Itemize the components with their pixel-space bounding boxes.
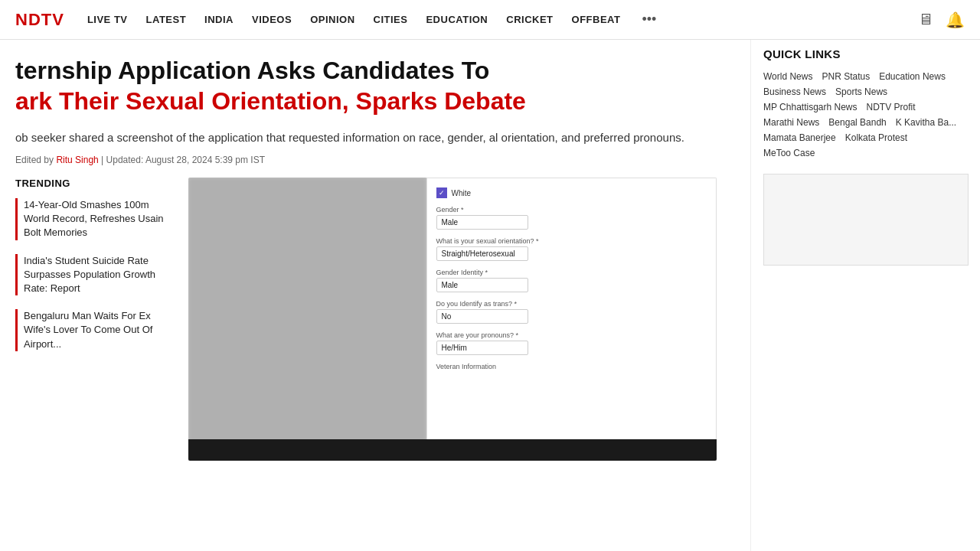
- article-image: ✓ White Gender * Male What is your sexua…: [188, 178, 717, 461]
- trending-item-text-2: Bengaluru Man Waits For Ex Wife's Lover …: [24, 309, 176, 351]
- quick-link-business-news[interactable]: Business News: [763, 86, 826, 97]
- form-label-4: What are your pronouns? *: [436, 331, 707, 339]
- author-line: Edited by Ritu Singh | Updated: August 2…: [15, 155, 735, 165]
- nav-education[interactable]: EDUCATION: [426, 14, 488, 25]
- quick-link-mp-chhattisgarh[interactable]: MP Chhattisgarh News: [763, 102, 858, 112]
- article-subtitle: ob seeker shared a screenshot of the app…: [15, 129, 697, 147]
- form-screenshot: ✓ White Gender * Male What is your sexua…: [426, 178, 717, 461]
- nav-opinion[interactable]: OPINION: [310, 14, 354, 25]
- trending-item-text-1: India's Student Suicide Rate Surpasses P…: [24, 254, 176, 296]
- form-row-0: Gender * Male: [436, 206, 707, 230]
- quick-link-ndtv-profit[interactable]: NDTV Profit: [867, 102, 916, 112]
- quick-links-row-5: MeToo Case: [763, 148, 968, 158]
- nav-videos[interactable]: VIDEOS: [252, 14, 292, 25]
- header: NDTV LIVE TV LATEST INDIA VIDEOS OPINION…: [0, 0, 980, 40]
- form-row-1: What is your sexual orientation? * Strai…: [436, 237, 707, 261]
- form-value-0: Male: [436, 215, 528, 230]
- article-updated: Updated: August 28, 2024 5:39 pm IST: [106, 155, 265, 165]
- header-icons: 🖥 🔔: [918, 11, 965, 29]
- form-label-5: Veteran Information: [436, 363, 707, 370]
- logo[interactable]: NDTV: [15, 10, 64, 30]
- trending-item-2[interactable]: Bengaluru Man Waits For Ex Wife's Lover …: [15, 309, 176, 351]
- form-label-1: What is your sexual orientation? *: [436, 237, 707, 245]
- quick-link-world-news[interactable]: World News: [763, 71, 812, 82]
- trending-item-1[interactable]: India's Student Suicide Rate Surpasses P…: [15, 254, 176, 296]
- nav-latest[interactable]: LATEST: [146, 14, 187, 25]
- quick-link-sports-news[interactable]: Sports News: [835, 86, 887, 97]
- taskbar-mock: [188, 439, 717, 461]
- trending-label: TRENDING: [15, 178, 176, 189]
- form-label-0: Gender *: [436, 206, 707, 214]
- trending-item-0[interactable]: 14-Year-Old Smashes 100m World Record, R…: [15, 198, 176, 240]
- article-image-area: ✓ White Gender * Male What is your sexua…: [188, 178, 735, 461]
- form-value-4: He/Him: [436, 341, 528, 355]
- quick-link-pnr-status[interactable]: PNR Status: [822, 71, 870, 82]
- nav-india[interactable]: INDIA: [204, 14, 234, 25]
- form-row-2: Gender Identity * Male: [436, 269, 707, 292]
- quick-link-kolkata-protest[interactable]: Kolkata Protest: [845, 132, 907, 143]
- quick-link-education-news[interactable]: Education News: [879, 71, 946, 82]
- quick-links-row-4: Mamata Banerjee Kolkata Protest: [763, 132, 968, 143]
- article-area: ternship Application Asks Candidates To …: [0, 40, 750, 551]
- form-value-1: Straight/Heterosexual: [436, 246, 528, 261]
- quick-links-row-0: World News PNR Status Education News: [763, 71, 968, 82]
- content-row: TRENDING 14-Year-Old Smashes 100m World …: [15, 178, 735, 461]
- quick-links-title: QUICK LINKS: [763, 47, 968, 60]
- article-title-part2: ark Their Sexual Orientation, Sparks Deb…: [15, 87, 526, 115]
- form-value-3: No: [436, 309, 528, 324]
- nav-bar: LIVE TV LATEST INDIA VIDEOS OPINION CITI…: [87, 11, 918, 28]
- checkbox-label: White: [452, 189, 472, 197]
- form-label-3: Do you Identify as trans? *: [436, 300, 707, 308]
- main-container: ternship Application Asks Candidates To …: [0, 40, 980, 551]
- form-label-2: Gender Identity *: [436, 269, 707, 276]
- form-checkbox-row: ✓ White: [436, 187, 707, 198]
- quick-links-row-3: Marathi News Bengal Bandh K Kavitha Ba..…: [763, 117, 968, 128]
- quick-link-mamata-banerjee[interactable]: Mamata Banerjee: [763, 132, 836, 143]
- tv-icon[interactable]: 🖥: [918, 11, 933, 28]
- nav-cricket[interactable]: CRICKET: [506, 14, 553, 25]
- article-title-part1: ternship Application Asks Candidates To: [15, 57, 489, 84]
- blurred-background: [188, 178, 426, 461]
- form-row-4: What are your pronouns? * He/Him: [436, 331, 707, 355]
- article-title: ternship Application Asks Candidates To …: [15, 55, 704, 116]
- author-prefix: Edited by: [15, 155, 56, 165]
- nav-more-button[interactable]: •••: [642, 11, 656, 28]
- nav-cities[interactable]: CITIES: [374, 14, 408, 25]
- ad-box: [763, 174, 969, 266]
- quick-link-marathi-news[interactable]: Marathi News: [763, 117, 819, 128]
- trending-sidebar: TRENDING 14-Year-Old Smashes 100m World …: [15, 178, 176, 461]
- form-row-5: Veteran Information: [436, 363, 707, 370]
- checkbox-white: ✓: [436, 187, 447, 198]
- quick-links-row-2: MP Chhattisgarh News NDTV Profit: [763, 102, 968, 112]
- nav-offbeat[interactable]: OFFBEAT: [572, 14, 621, 25]
- form-row-3: Do you Identify as trans? * No: [436, 300, 707, 324]
- quick-link-bengal-bandh[interactable]: Bengal Bandh: [828, 117, 886, 128]
- trending-item-text-0: 14-Year-Old Smashes 100m World Record, R…: [24, 198, 176, 240]
- form-value-2: Male: [436, 278, 528, 292]
- right-sidebar: QUICK LINKS World News PNR Status Educat…: [750, 40, 980, 551]
- quick-link-k-kavitha[interactable]: K Kavitha Ba...: [896, 117, 956, 128]
- quick-link-metoo-case[interactable]: MeToo Case: [763, 148, 815, 158]
- quick-links-row-1: Business News Sports News: [763, 86, 968, 97]
- nav-live-tv[interactable]: LIVE TV: [87, 14, 128, 25]
- author-name[interactable]: Ritu Singh: [56, 155, 98, 165]
- bell-icon[interactable]: 🔔: [946, 11, 965, 29]
